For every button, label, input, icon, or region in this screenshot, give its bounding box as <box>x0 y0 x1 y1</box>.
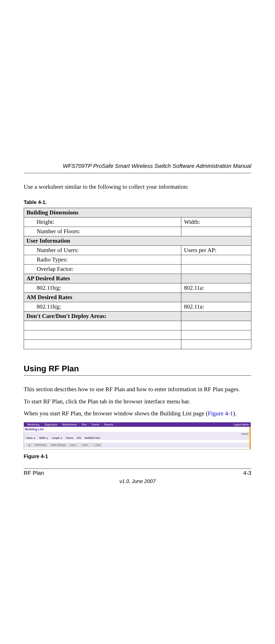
tab: Reports <box>102 423 115 426</box>
table-row: AM Desired Rates <box>24 293 251 302</box>
col: Width ▲ <box>39 437 48 439</box>
section-heading: Using RF Plan <box>24 364 251 376</box>
screenshot-search-row: Search <box>24 432 251 436</box>
paragraph: When you start RF Plan, the browser wind… <box>24 409 251 418</box>
table-row: 802.11b|g:802.11a: <box>24 283 251 293</box>
cell-ap-rates: AP Desired Rates <box>24 274 181 283</box>
table-caption: Table 4-1. <box>24 199 251 205</box>
tab: Events <box>90 423 102 426</box>
cell-empty <box>181 330 251 340</box>
table-row: Building Dimensions <box>24 208 251 217</box>
table-row: 802.11b|g:802.11a: <box>24 302 251 312</box>
screenshot-title: Building List <box>24 427 251 432</box>
cell-empty <box>181 255 251 265</box>
col: Name ▲ <box>26 437 36 439</box>
cell-a: 802.11a: <box>181 283 251 293</box>
screenshot-accent-bar <box>249 427 251 449</box>
search-label: Search <box>241 433 249 435</box>
text: ). <box>233 410 237 417</box>
figure-caption: Figure 4-1 <box>24 453 251 459</box>
table-row <box>24 321 251 330</box>
screenshot-figure: Monitoring Diagnostics Maintenance Plan … <box>24 422 251 449</box>
cell-empty <box>24 321 181 330</box>
tab: Diagnostics <box>42 423 60 426</box>
cell-overlap: Overlap Factor: <box>24 265 181 274</box>
cell-height: Height: <box>24 217 181 227</box>
cell-empty <box>181 312 251 321</box>
btn: Import... <box>81 444 91 447</box>
footer-left: RF Plan <box>24 470 44 476</box>
cell-a2: 802.11a: <box>181 302 251 312</box>
paragraph: To start RF Plan, click the Plan tab in … <box>24 398 251 406</box>
table-row: Overlap Factor: <box>24 265 251 274</box>
table-row <box>24 340 251 349</box>
worksheet-table: Building Dimensions Height:Width: Number… <box>24 208 251 349</box>
cell-bg: 802.11b|g: <box>24 283 181 293</box>
btn: Export... <box>68 444 79 447</box>
tab: Maintenance <box>60 423 79 426</box>
btn: Edit Building <box>33 444 48 447</box>
table-row <box>24 330 251 340</box>
document-header: WFS709TP ProSafe Smart Wireless Switch S… <box>24 163 251 173</box>
table-row: Radio Types: <box>24 255 251 265</box>
cell-radio: Radio Types: <box>24 255 181 265</box>
cell-empty <box>181 321 251 330</box>
btn: Locate <box>93 444 102 447</box>
cell-empty <box>24 340 181 349</box>
logout-link: Logout admin <box>233 423 249 426</box>
cell-empty <box>181 274 251 283</box>
cell-floors: Number of Floors: <box>24 227 181 236</box>
col: Floors <box>66 437 73 439</box>
cell-empty <box>181 293 251 302</box>
footer: RF Plan 4-3 <box>24 469 251 476</box>
paragraph: This section describes how to use RF Pla… <box>24 385 251 393</box>
cell-am-rates: AM Desired Rates <box>24 293 181 302</box>
cell-building-dimensions: Building Dimensions <box>24 208 251 217</box>
screenshot-body <box>24 440 251 443</box>
figure-link[interactable]: Figure 4-1 <box>208 410 233 417</box>
table-row: Number of Users:Users per AP: <box>24 246 251 255</box>
screenshot-tabs: Monitoring Diagnostics Maintenance Plan … <box>25 423 115 426</box>
table-row: User Information <box>24 236 251 246</box>
screenshot-menubar: Monitoring Diagnostics Maintenance Plan … <box>24 422 251 427</box>
text: When you start RF Plan, the browser wind… <box>24 410 208 417</box>
intro-text: Use a worksheet similar to the following… <box>24 183 251 190</box>
screenshot-buttons: ng Edit Building Delete Buildings Export… <box>24 443 251 448</box>
cell-empty <box>24 330 181 340</box>
col: Modified Time <box>85 437 100 439</box>
cell-users: Number of Users: <box>24 246 181 255</box>
cell-empty <box>181 340 251 349</box>
table-row: Number of Floors: <box>24 227 251 236</box>
tab: Monitoring <box>25 423 42 426</box>
footer-right: 4-3 <box>243 470 251 476</box>
tab: Plan <box>80 423 89 426</box>
cell-bg2: 802.11b|g: <box>24 302 181 312</box>
col: Length ▲ <box>52 437 62 439</box>
cell-width: Width: <box>181 217 251 227</box>
btn: ng <box>26 444 32 447</box>
cell-users-per-ap: Users per AP: <box>181 246 251 255</box>
cell-empty <box>181 265 251 274</box>
cell-dont-care: Don't Care/Don't Deploy Areas: <box>24 312 181 321</box>
cell-user-info: User Information <box>24 236 251 246</box>
btn: Delete Buildings <box>49 444 67 447</box>
cell-empty <box>181 227 251 236</box>
version-text: v1.0, June 2007 <box>24 478 251 484</box>
col: APs <box>77 437 81 439</box>
screenshot-columns: Name ▲ Width ▲ Length ▲ Floors APs Modif… <box>24 436 251 440</box>
table-row: Height:Width: <box>24 217 251 227</box>
table-row: AP Desired Rates <box>24 274 251 283</box>
table-row: Don't Care/Don't Deploy Areas: <box>24 312 251 321</box>
